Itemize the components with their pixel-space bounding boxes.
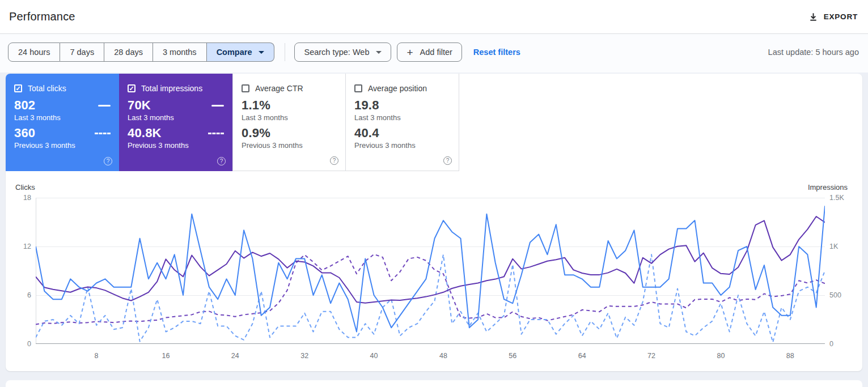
card-label: Average position [368, 84, 427, 93]
dashed-line-legend-icon [208, 133, 224, 134]
metric-caption: Previous 3 months [128, 141, 224, 150]
card-label: Total impressions [141, 84, 202, 93]
dashed-line-legend-icon [95, 133, 111, 134]
export-label: EXPORT [824, 12, 858, 21]
x-axis-tick: 32 [300, 352, 308, 360]
next-panel-edge [6, 380, 862, 387]
metric-value-current: 70K [128, 98, 151, 113]
metric-value-current: 802 [14, 98, 35, 113]
download-icon [808, 12, 818, 22]
x-axis-tick: 56 [509, 352, 516, 360]
total-clicks-card[interactable]: ✓ Total clicks 802 Last 3 months 360 Pre… [6, 74, 119, 171]
right-axis-tick: 500 [829, 291, 858, 299]
metric-value-previous: 40.4 [354, 126, 379, 141]
left-axis-tick: 6 [6, 291, 31, 299]
date-range-label: 24 hours [18, 48, 50, 57]
right-axis-tick: 1.5K [829, 194, 858, 202]
metric-caption: Previous 3 months [14, 141, 111, 150]
x-axis-tick: 40 [370, 352, 378, 360]
x-axis-tick: 80 [717, 352, 725, 360]
right-axis-tick: 1K [829, 243, 858, 250]
series-1-line [36, 206, 825, 331]
x-axis-tick: 48 [439, 352, 447, 360]
metric-value-current: 19.8 [354, 98, 379, 113]
help-icon[interactable]: ? [443, 156, 452, 165]
performance-panel: ✓ Total clicks 802 Last 3 months 360 Pre… [6, 74, 862, 371]
x-axis-tick: 88 [786, 352, 794, 360]
x-axis-tick: 16 [162, 352, 170, 360]
metric-caption: Last 3 months [354, 113, 450, 122]
average-position-card[interactable]: Average position 19.8 Last 3 months 40.4… [346, 74, 459, 171]
date-range-7-days[interactable]: 7 days [60, 42, 104, 62]
metric-caption: Last 3 months [128, 113, 224, 122]
top-bar: Performance EXPORT [0, 0, 868, 34]
date-range-label: 3 months [163, 48, 197, 57]
divider [285, 43, 285, 61]
metric-value-previous: 0.9% [242, 126, 270, 141]
metric-cards-row: ✓ Total clicks 802 Last 3 months 360 Pre… [6, 74, 862, 171]
left-axis-tick: 0 [6, 340, 31, 348]
metric-caption: Last 3 months [14, 113, 111, 122]
compare-label: Compare [217, 48, 252, 57]
solid-line-legend-icon [211, 105, 224, 107]
metric-caption: Previous 3 months [354, 141, 450, 150]
solid-line-legend-icon [98, 105, 111, 107]
total-impressions-card[interactable]: ✓ Total impressions 70K Last 3 months 40… [119, 74, 232, 171]
metric-value-previous: 360 [14, 126, 35, 141]
card-label: Average CTR [255, 84, 303, 93]
chart-plot-area [36, 198, 825, 344]
x-axis-tick: 8 [95, 352, 99, 360]
card-label: Total clicks [28, 84, 66, 93]
left-axis-title: Clicks [15, 183, 35, 192]
help-icon[interactable]: ? [330, 156, 338, 165]
total-impressions-checkbox[interactable]: ✓ [128, 84, 136, 92]
date-range-label: 28 days [114, 48, 143, 57]
date-range-3-months[interactable]: 3 months [153, 42, 207, 62]
date-range-group: 24 hours 7 days 28 days 3 months Compare [8, 42, 274, 62]
date-range-label: 7 days [70, 48, 94, 57]
last-update-text: Last update: 5 hours ago [768, 48, 859, 57]
metric-value-current: 1.1% [242, 98, 270, 113]
add-filter-button[interactable]: + Add filter [397, 42, 461, 62]
series-4-line [36, 254, 825, 325]
metric-caption: Previous 3 months [242, 141, 337, 150]
right-axis-title: Impressions [808, 183, 848, 192]
left-axis-tick: 12 [6, 243, 31, 250]
date-range-28-days[interactable]: 28 days [104, 42, 153, 62]
export-button[interactable]: EXPORT [808, 12, 858, 22]
search-type-dropdown[interactable]: Search type: Web [294, 42, 391, 62]
plus-icon: + [407, 47, 413, 58]
add-filter-label: Add filter [420, 48, 452, 57]
page-title: Performance [9, 10, 75, 23]
metric-caption: Last 3 months [242, 113, 337, 122]
x-axis-tick: 64 [578, 352, 586, 360]
filter-bar: 24 hours 7 days 28 days 3 months Compare… [0, 34, 868, 73]
reset-filters-link[interactable]: Reset filters [473, 48, 520, 57]
average-position-checkbox[interactable] [354, 84, 362, 92]
compare-dropdown[interactable]: Compare [207, 42, 275, 62]
date-range-24-hours[interactable]: 24 hours [8, 42, 60, 62]
x-axis-tick: 72 [647, 352, 655, 360]
performance-chart: Clicks Impressions 1812601.5K1K500081624… [6, 171, 862, 371]
total-clicks-checkbox[interactable]: ✓ [14, 84, 22, 92]
search-type-label: Search type: Web [304, 48, 369, 57]
metric-value-previous: 40.8K [128, 126, 162, 141]
help-icon[interactable]: ? [217, 157, 226, 165]
chevron-down-icon [376, 51, 382, 54]
chevron-down-icon [259, 51, 264, 54]
help-icon[interactable]: ? [104, 157, 112, 165]
average-ctr-card[interactable]: Average CTR 1.1% Last 3 months 0.9% Prev… [232, 74, 346, 171]
left-axis-tick: 18 [6, 194, 31, 202]
right-axis-tick: 0 [829, 340, 858, 348]
average-ctr-checkbox[interactable] [242, 84, 249, 92]
x-axis-tick: 24 [231, 352, 239, 360]
